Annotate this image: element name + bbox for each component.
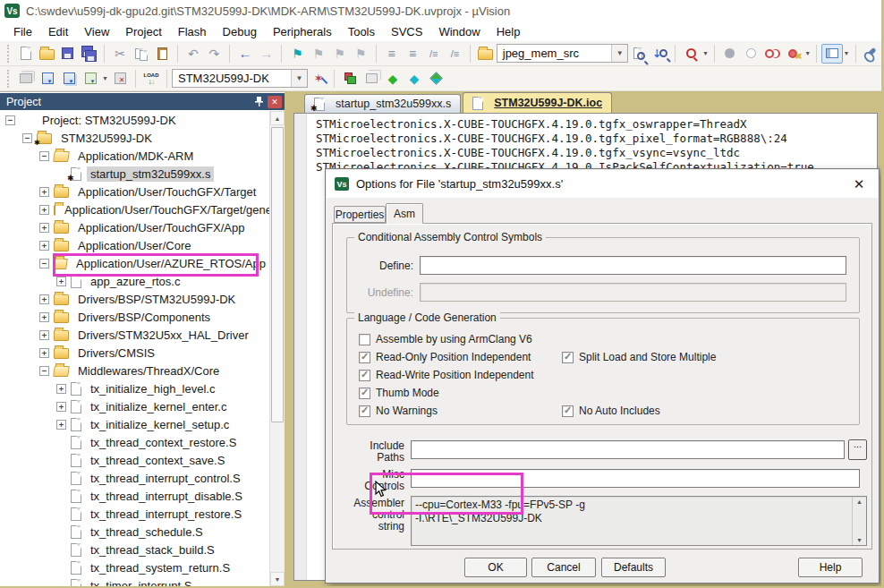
save-all-icon[interactable]	[79, 44, 100, 64]
batch-build-icon[interactable]	[80, 69, 101, 89]
tree-item[interactable]: −Application/MDK-ARM	[0, 147, 269, 165]
windows-overlap-icon[interactable]	[361, 69, 382, 89]
tree-expander-icon[interactable]: −	[39, 259, 49, 268]
misc-controls-input[interactable]	[411, 469, 860, 488]
menu-item-window[interactable]: Window	[430, 23, 488, 40]
tree-expander-icon[interactable]: +	[56, 420, 66, 430]
panel-splitter[interactable]	[285, 91, 292, 586]
tree-scrollbar[interactable]: ▲ ▼	[269, 111, 285, 586]
tree-expander-icon[interactable]: −	[22, 133, 32, 143]
run-time-environment-icon[interactable]: ◆	[382, 69, 404, 89]
checkbox-icon[interactable]	[359, 388, 370, 399]
tree-item[interactable]: tx_timer_interrupt.S	[0, 576, 269, 586]
redo-icon[interactable]: ↷	[204, 44, 225, 64]
asm-box-scrollbar[interactable]: ▲ ▼	[852, 497, 866, 545]
search-combo[interactable]: jpeg_mem_src▼	[497, 44, 628, 63]
tab-asm[interactable]: Asm	[386, 203, 423, 224]
pack-installer-icon[interactable]	[425, 69, 446, 89]
tree-item[interactable]: +app_azure_rtos.c	[0, 272, 269, 290]
scroll-down-icon[interactable]: ▼	[856, 537, 863, 543]
browse-button[interactable]: ...	[848, 439, 867, 460]
checkbox-icon[interactable]	[359, 405, 370, 417]
bookmark-toggle-icon[interactable]: ⚑	[286, 44, 308, 64]
target-combo[interactable]: STM32U599J-DK▼	[172, 69, 308, 88]
chevron-down-icon[interactable]: ▼	[291, 70, 307, 87]
navigate-back-icon[interactable]: ←	[234, 44, 256, 64]
outdent-icon[interactable]: ≡	[402, 44, 423, 64]
new-file-icon[interactable]	[15, 44, 37, 64]
select-packs-icon[interactable]: ◆	[404, 69, 425, 89]
define-input[interactable]	[420, 256, 846, 275]
checkbox-row[interactable]: No Warnings	[359, 403, 438, 419]
bookmark-clear-all-icon[interactable]: ⚑	[350, 44, 371, 64]
tree-expander-icon[interactable]: +	[39, 241, 49, 251]
tree-expander-icon[interactable]: +	[39, 187, 49, 197]
manage-rte-icon[interactable]	[339, 69, 361, 89]
window-layout-icon[interactable]	[821, 44, 843, 64]
dropdown-caret-icon[interactable]: ▼	[803, 44, 812, 64]
paste-icon[interactable]	[152, 44, 174, 64]
defaults-button[interactable]: Defaults	[601, 558, 666, 577]
menu-item-svcs[interactable]: SVCS	[383, 23, 430, 40]
tree-item[interactable]: +Drivers/BSP/Components	[0, 308, 269, 326]
menu-item-tools[interactable]: Tools	[340, 23, 383, 40]
tree-item[interactable]: +Drivers/STM32U5xx_HAL_Driver	[0, 326, 269, 344]
tree-item[interactable]: tx_thread_context_restore.S	[0, 433, 269, 451]
help-button[interactable]: Help	[798, 558, 863, 577]
scroll-up-icon[interactable]: ▲	[856, 499, 863, 505]
checkbox-icon[interactable]	[359, 370, 370, 381]
undo-icon[interactable]: ↶	[183, 44, 204, 64]
find-in-files-icon[interactable]	[680, 44, 701, 64]
menu-item-help[interactable]: Help	[489, 23, 529, 40]
toolbar-grip[interactable]	[7, 70, 11, 88]
tree-item[interactable]: +tx_initialize_kernel_setup.c	[0, 415, 269, 433]
checkbox-icon[interactable]	[562, 352, 574, 363]
tree-item[interactable]: +Drivers/CMSIS	[0, 344, 269, 362]
close-panel-icon[interactable]: ✕	[268, 96, 282, 108]
tree-item[interactable]: +Application/User/TouchGFX/Target	[0, 183, 269, 200]
rebuild-all-icon[interactable]	[58, 69, 80, 89]
open-file-icon[interactable]	[37, 44, 58, 64]
checkbox-icon[interactable]	[359, 352, 370, 363]
project-panel-header[interactable]: Project ✕	[0, 93, 285, 110]
scrollbar-thumb[interactable]	[271, 127, 284, 422]
menu-item-view[interactable]: View	[76, 23, 117, 40]
tree-item[interactable]: tx_thread_interrupt_restore.S	[0, 505, 269, 523]
editor-tab[interactable]: startup_stm32u599xx.s	[304, 94, 461, 113]
navigate-forward-icon[interactable]: →	[256, 44, 277, 64]
tree-expander-icon[interactable]: +	[39, 348, 49, 358]
copy-icon[interactable]	[131, 44, 152, 64]
wrench-icon[interactable]	[860, 44, 881, 64]
tree-expander-icon[interactable]: +	[39, 294, 49, 304]
breakpoint-enable-icon[interactable]	[740, 44, 761, 64]
tree-item[interactable]: startup_stm32u599xx.s	[0, 165, 269, 183]
cut-icon[interactable]: ✂	[109, 44, 131, 64]
menu-item-debug[interactable]: Debug	[215, 23, 265, 40]
bookmark-next-icon[interactable]: ⚑	[329, 44, 351, 64]
tab-properties[interactable]: Properties	[334, 206, 386, 223]
chevron-down-icon[interactable]: ▼	[611, 45, 627, 62]
dropdown-caret-icon[interactable]: ▼	[101, 69, 109, 89]
checkbox-row[interactable]: Assemble by using ArmClang V6	[359, 331, 532, 347]
menu-item-project[interactable]: Project	[117, 23, 169, 40]
uncomment-icon[interactable]: /≡	[445, 44, 466, 64]
assembler-control-string-box[interactable]: --cpu=Cortex-M33 -fpu=FPv5-SP -g -I.\RTE…	[411, 496, 867, 546]
title-bar[interactable]: Vs C:\swdev\u599j-dk-gpu2d.git\STM32U599…	[0, 0, 881, 21]
tree-item[interactable]: +Application/User/Core	[0, 236, 269, 254]
ok-button[interactable]: OK	[464, 558, 527, 577]
tree-item[interactable]: tx_thread_schedule.S	[0, 523, 269, 541]
editor-tab[interactable]: STM32U599J-DK.ioc	[463, 92, 612, 113]
options-for-target-icon[interactable]: ✶	[308, 69, 329, 89]
tree-item[interactable]: −Application/User/AZURE_RTOS/App	[0, 254, 269, 272]
build-icon[interactable]	[37, 69, 58, 89]
tree-item[interactable]: tx_thread_system_return.S	[0, 558, 269, 576]
tree-item[interactable]: +Drivers/BSP/STM32U599J-DK	[0, 290, 269, 308]
checkbox-icon[interactable]	[562, 405, 574, 417]
tree-item[interactable]: +tx_initialize_high_level.c	[0, 379, 269, 397]
pin-icon[interactable]	[251, 96, 266, 108]
cancel-button[interactable]: Cancel	[531, 558, 596, 577]
tree-item[interactable]: +tx_initialize_kernel_enter.c	[0, 397, 269, 415]
tree-expander-icon[interactable]: +	[39, 205, 49, 215]
checkbox-icon[interactable]	[359, 334, 370, 345]
checkbox-row[interactable]: Split Load and Store Multiple	[562, 349, 716, 365]
